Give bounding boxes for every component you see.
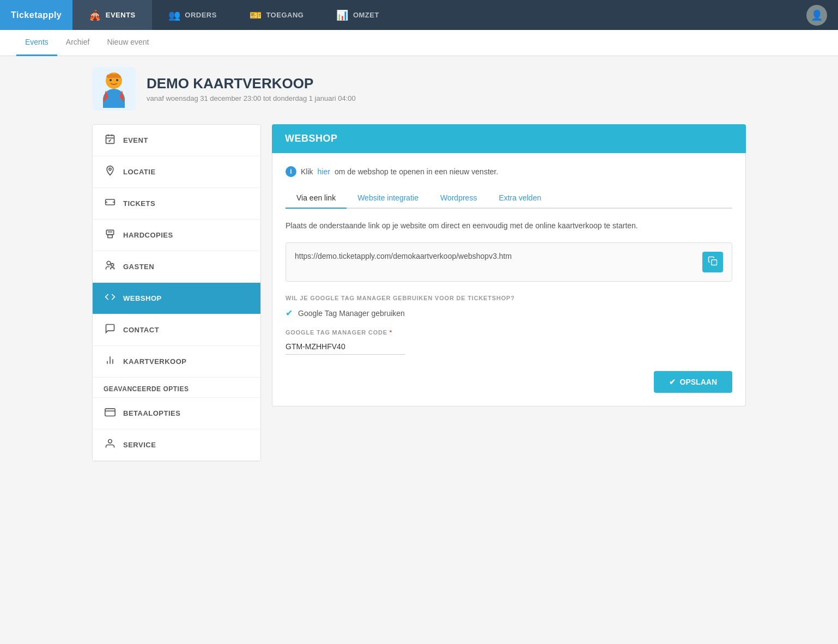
info-text-before: Klik [301, 167, 313, 176]
section-title: WEBSHOP [272, 124, 746, 153]
nav-orders[interactable]: 👥 ORDERS [152, 0, 233, 30]
tag-manager-label: WIL JE GOOGLE TAG MANAGER GEBRUIKEN VOOR… [286, 295, 732, 301]
nav-orders-label: ORDERS [185, 11, 217, 19]
info-text-after: om de webshop te openen in een nieuw ven… [335, 167, 498, 176]
event-title: DEMO KAARTVERKOOP [147, 75, 356, 92]
save-row: ✔ OPSLAAN [286, 355, 732, 393]
url-box: https://demo.ticketapply.com/demokaartve… [286, 242, 732, 282]
sidebar-betaalopties-label: BETAALOPTIES [123, 409, 180, 417]
svg-point-17 [111, 264, 114, 266]
link-description: Plaats de onderstaande link op je websit… [286, 220, 732, 232]
event-header: DEMO KAARTVERKOOP vanaf woensdag 31 dece… [92, 67, 746, 111]
sidebar-locatie-label: LOCATIE [123, 168, 156, 176]
nav-omzet[interactable]: 📊 OMZET [320, 0, 396, 30]
svg-rect-24 [712, 260, 717, 265]
save-button[interactable]: ✔ OPSLAAN [654, 371, 732, 393]
sidebar-gasten-label: GASTEN [123, 263, 154, 271]
betaalopties-nav-icon [104, 406, 117, 420]
gtm-code-input[interactable] [286, 339, 405, 355]
event-subtitle: vanaf woensdag 31 december 23:00 tot don… [147, 94, 356, 102]
check-icon: ✔ [286, 308, 293, 318]
subnav-events[interactable]: Events [16, 30, 57, 56]
nav-toegang-label: TOEGANG [266, 11, 303, 19]
subnav-nieuw[interactable]: Nieuw event [98, 30, 157, 56]
top-navigation: 🎪 EVENTS 👥 ORDERS 🎫 TOEGANG 📊 OMZET [72, 0, 796, 30]
toegang-icon: 🎫 [250, 9, 262, 21]
nav-events[interactable]: 🎪 EVENTS [72, 0, 152, 30]
sidebar-tickets-label: TICKETS [123, 199, 155, 208]
copy-url-button[interactable] [702, 252, 723, 272]
tab-via-link[interactable]: Via een link [286, 188, 347, 209]
sidebar-item-webshop[interactable]: WEBSHOP [93, 283, 260, 314]
contact-nav-icon [104, 323, 117, 337]
svg-point-9 [109, 168, 111, 170]
user-menu[interactable]: 👤 [796, 5, 838, 26]
orders-icon: 👥 [168, 9, 181, 21]
svg-point-3 [110, 79, 112, 81]
save-checkmark: ✔ [669, 378, 676, 386]
sidebar-item-locatie[interactable]: LOCATIE [93, 156, 260, 188]
tickets-nav-icon [104, 197, 117, 210]
kaartverkoop-nav-icon [104, 355, 117, 368]
events-icon: 🎪 [89, 9, 101, 21]
svg-point-16 [107, 262, 111, 265]
tab-extra-velden[interactable]: Extra velden [488, 188, 552, 209]
sidebar-webshop-label: WEBSHOP [123, 294, 162, 302]
gtm-field-label: GOOGLE TAG MANAGER CODE * [286, 329, 732, 336]
section-body: i Klik hier om de webshop te openen in e… [272, 153, 746, 406]
nav-toegang[interactable]: 🎫 TOEGANG [233, 0, 320, 30]
sidebar-item-gasten[interactable]: GASTEN [93, 251, 260, 283]
hardcopies-nav-icon [104, 228, 117, 242]
page-layout: EVENT LOCATIE [92, 124, 746, 461]
event-avatar [92, 67, 136, 111]
sidebar-event-label: EVENT [123, 136, 148, 144]
user-avatar[interactable]: 👤 [806, 5, 827, 26]
svg-rect-21 [105, 409, 115, 416]
tag-manager-checkbox-row: ✔ Google Tag Manager gebruiken [286, 308, 732, 318]
event-nav-icon [104, 133, 117, 147]
sidebar-service-label: SERVICE [123, 441, 156, 449]
subnav-archief[interactable]: Archief [57, 30, 99, 56]
info-icon: i [286, 166, 296, 177]
sidebar-item-betaalopties[interactable]: BETAALOPTIES [93, 398, 260, 429]
locatie-nav-icon [104, 165, 117, 179]
nav-events-label: EVENTS [106, 11, 136, 19]
svg-rect-5 [106, 135, 114, 143]
gasten-nav-icon [104, 260, 117, 274]
webshop-url: https://demo.ticketapply.com/demokaartve… [295, 252, 697, 260]
top-bar: Ticketapply 🎪 EVENTS 👥 ORDERS 🎫 TOEGANG … [0, 0, 838, 30]
sidebar-item-tickets[interactable]: TICKETS [93, 188, 260, 220]
required-indicator: * [390, 329, 392, 336]
page-content: DEMO KAARTVERKOOP vanaf woensdag 31 dece… [76, 56, 762, 472]
svg-rect-14 [108, 235, 112, 238]
sidebar-item-hardcopies[interactable]: HARDCOPIES [93, 220, 260, 251]
svg-point-4 [116, 79, 118, 81]
tab-wordpress[interactable]: Wordpress [429, 188, 488, 209]
webshop-nav-icon [104, 291, 117, 305]
sidebar-item-service[interactable]: SERVICE [93, 429, 260, 461]
sidebar-advanced-header: GEAVANCEERDE OPTIES [93, 378, 260, 398]
omzet-icon: 📊 [336, 9, 349, 21]
tab-website-integratie[interactable]: Website integratie [347, 188, 429, 209]
sidebar: EVENT LOCATIE [92, 124, 261, 461]
sub-navigation: Events Archief Nieuw event [0, 30, 838, 56]
sidebar-item-event[interactable]: EVENT [93, 125, 260, 156]
sidebar-hardcopies-label: HARDCOPIES [123, 231, 173, 239]
info-link[interactable]: hier [318, 167, 330, 176]
tag-manager-checkbox-label: Google Tag Manager gebruiken [298, 309, 405, 318]
webshop-tabs: Via een link Website integratie Wordpres… [286, 188, 732, 209]
save-label: OPSLAAN [680, 378, 717, 386]
info-bar: i Klik hier om de webshop te openen in e… [286, 166, 732, 177]
sidebar-item-contact[interactable]: CONTACT [93, 314, 260, 346]
gtm-field-container: GOOGLE TAG MANAGER CODE * [286, 329, 732, 355]
svg-point-23 [108, 440, 112, 443]
sidebar-contact-label: CONTACT [123, 326, 159, 334]
sidebar-item-kaartverkoop[interactable]: KAARTVERKOOP [93, 346, 260, 378]
sidebar-kaartverkoop-label: KAARTVERKOOP [123, 357, 187, 366]
event-info: DEMO KAARTVERKOOP vanaf woensdag 31 dece… [147, 75, 356, 102]
main-content: WEBSHOP i Klik hier om de webshop te ope… [272, 124, 746, 461]
service-nav-icon [104, 438, 117, 452]
nav-omzet-label: OMZET [353, 11, 379, 19]
logo-button[interactable]: Ticketapply [0, 0, 72, 30]
